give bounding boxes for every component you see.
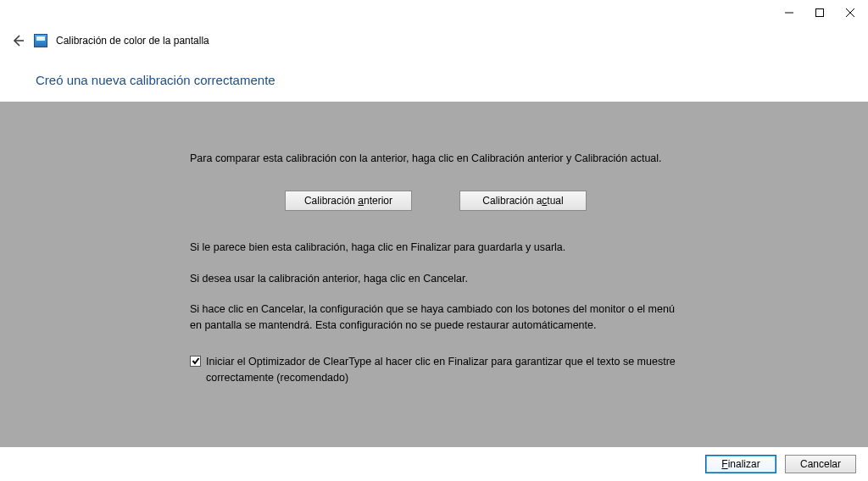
header-row: Calibración de color de la pantalla bbox=[10, 30, 858, 51]
cancel-note-text: Si hace clic en Cancelar, la configuraci… bbox=[190, 301, 682, 334]
compare-instruction-text: Para comparar esta calibración con la an… bbox=[190, 151, 682, 167]
compare-button-row: Calibración anterior Calibración actual bbox=[190, 191, 682, 211]
cleartype-label[interactable]: Iniciar el Optimizador de ClearType al h… bbox=[206, 354, 682, 386]
wizard-window: Calibración de color de la pantalla Creó… bbox=[0, 0, 868, 481]
footer: Finalizar Cancelar bbox=[0, 447, 868, 481]
btn-label: Calibración anterior bbox=[304, 193, 392, 208]
btn-label: Calibración actual bbox=[482, 193, 563, 208]
btn-label: Cancelar bbox=[800, 458, 841, 470]
cancel-button[interactable]: Cancelar bbox=[785, 455, 856, 473]
content-area: Para comparar esta calibración con la an… bbox=[0, 102, 868, 447]
finish-button[interactable]: Finalizar bbox=[705, 455, 776, 473]
content-inner: Para comparar esta calibración con la an… bbox=[190, 151, 682, 385]
maximize-button[interactable] bbox=[814, 7, 826, 19]
titlebar bbox=[783, 0, 868, 32]
close-button[interactable] bbox=[844, 7, 856, 19]
page-heading: Creó una nueva calibración correctamente bbox=[36, 73, 275, 87]
cancel-instruction-text: Si desea usar la calibración anterior, h… bbox=[190, 271, 682, 287]
current-calibration-button[interactable]: Calibración actual bbox=[459, 191, 587, 211]
previous-calibration-button[interactable]: Calibración anterior bbox=[285, 191, 412, 211]
svg-rect-1 bbox=[816, 9, 824, 17]
cleartype-checkbox[interactable] bbox=[190, 356, 201, 367]
back-button[interactable] bbox=[10, 33, 25, 48]
btn-label: Finalizar bbox=[721, 458, 760, 470]
finish-instruction-text: Si le parece bien esta calibración, haga… bbox=[190, 240, 682, 256]
cleartype-row: Iniciar el Optimizador de ClearType al h… bbox=[190, 354, 682, 386]
display-calibration-icon bbox=[34, 34, 47, 47]
app-title: Calibración de color de la pantalla bbox=[56, 35, 209, 47]
minimize-button[interactable] bbox=[783, 7, 795, 19]
